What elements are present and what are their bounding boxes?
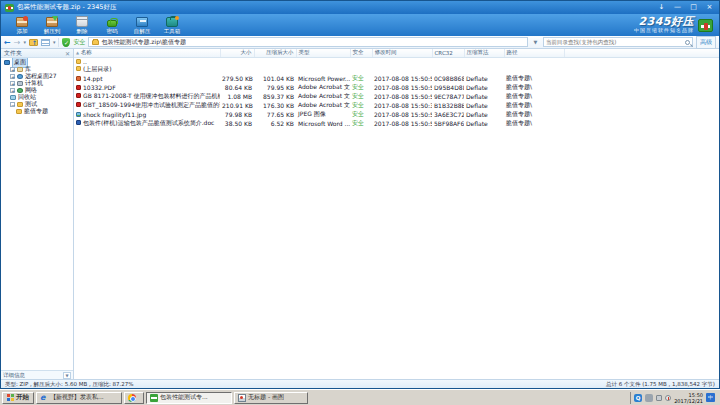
folder-panel: 文件夹 ✕ 桌面 + 库 + 远程桌: [1, 49, 74, 379]
up-folder-icon[interactable]: [29, 39, 38, 46]
panel-close-icon[interactable]: ✕: [65, 50, 70, 57]
app-tray-icon[interactable]: [645, 394, 653, 402]
security-shield-icon: ✓: [62, 38, 70, 47]
separator: [58, 38, 59, 47]
col-mtime[interactable]: 修改时间: [372, 49, 432, 57]
toolbox-button[interactable]: 工具箱: [157, 15, 187, 36]
ie-icon: e: [40, 394, 48, 402]
col-security[interactable]: 安全: [350, 49, 372, 57]
security-badge: 安全: [350, 101, 372, 110]
expand-toggle-icon[interactable]: +: [10, 81, 15, 86]
col-path[interactable]: 路径: [504, 49, 564, 57]
add-button[interactable]: 添加: [7, 15, 37, 36]
security-label: 安全: [73, 38, 85, 47]
tree-item-network[interactable]: + 网络: [7, 87, 73, 94]
close-button[interactable]: ×: [704, 2, 715, 13]
col-type[interactable]: 类型: [296, 49, 350, 57]
tree-item-cuizhi[interactable]: 脆值专题: [13, 108, 73, 115]
delete-button[interactable]: 删除: [67, 15, 97, 36]
toolbox-icon: [166, 17, 178, 27]
taskbar-task-ie[interactable]: e 【新视野】发表私...: [36, 392, 122, 404]
folder-icon: [76, 59, 81, 64]
forward-button[interactable]: →: [14, 37, 21, 48]
maximize-button[interactable]: □: [688, 2, 699, 13]
security-badge: 安全: [350, 110, 372, 119]
minimize-button[interactable]: —: [672, 2, 683, 13]
status-bar: 类型: ZIP , 解压后大小: 5.60 MB , 压缩比: 87.27% 总…: [1, 379, 719, 388]
brand-logo: 2345好压 中国压缩软件知名品牌: [634, 17, 713, 33]
security-badge: 安全: [350, 83, 372, 92]
language-tray-icon[interactable]: 中: [706, 393, 715, 402]
advanced-search-button[interactable]: 高级: [696, 36, 716, 49]
security-badge: 安全: [350, 119, 372, 128]
security-badge: 安全: [350, 92, 372, 101]
expand-toggle-icon[interactable]: +: [10, 88, 15, 93]
file-row[interactable]: 10332.PDF 80.64 KB 79.95 KB Adobe Acroba…: [74, 83, 719, 92]
password-button[interactable]: 密码: [97, 15, 127, 36]
details-pane-header[interactable]: 详细信息 ▼: [1, 370, 73, 379]
archive-summary: 类型: ZIP , 解压后大小: 5.60 MB , 压缩比: 87.27%: [5, 381, 134, 388]
file-row[interactable]: 包装件(样机)运输包装产品脆值测试系统简介.doc 38.50 KB 6.52 …: [74, 119, 719, 128]
col-algo[interactable]: 压缩算法: [464, 49, 504, 57]
lock-icon: [107, 20, 117, 27]
expand-toggle-icon[interactable]: +: [10, 74, 15, 79]
expand-toggle-icon[interactable]: +: [10, 67, 15, 72]
search-icon[interactable]: [685, 40, 690, 45]
extract-button[interactable]: 解压到: [37, 15, 67, 36]
taskbar-task-paint[interactable]: 无标题 - 画图: [234, 392, 308, 404]
jpg-file-icon: [76, 112, 81, 117]
add-icon: [16, 17, 28, 27]
feedback-arrow-icon[interactable]: ↓: [656, 2, 667, 13]
main-toolbar: 添加 解压到 删除 密码 自解压 工具箱: [1, 14, 719, 36]
col-size[interactable]: 大小: [220, 49, 254, 57]
sfx-button[interactable]: 自解压: [127, 15, 157, 36]
clock-tray-icon[interactable]: [665, 395, 671, 401]
details-dropdown-icon[interactable]: ▼: [63, 372, 71, 379]
view-dropdown-icon[interactable]: ▾: [53, 39, 56, 45]
taskbar-clock[interactable]: 15:50 2017/12/21: [674, 392, 703, 404]
folder-icon: [76, 66, 81, 71]
collapse-toggle-icon[interactable]: −: [10, 102, 15, 107]
address-input[interactable]: 包装性能测试专题.zip\脆值专题: [88, 37, 528, 47]
qq-tray-icon[interactable]: Q: [634, 394, 642, 402]
file-list: ▲ 名称 大小 压缩后大小 类型 安全 修改时间 CRC32 压缩算法 路径 .…: [74, 49, 719, 379]
file-row[interactable]: 14.ppt 279.50 KB 101.04 KB Microsoft Pow…: [74, 74, 719, 83]
file-row-parent[interactable]: ..: [74, 57, 719, 65]
tree-item-desktop[interactable]: 桌面: [1, 59, 73, 66]
file-row[interactable]: shock fragilityf11.jpg 79.98 KB 77.65 KB…: [74, 110, 719, 119]
selection-summary: 总计 6 个文件 (1.75 MB , 1,838,542 字节): [606, 381, 715, 388]
view-mode-icon[interactable]: [41, 39, 50, 46]
tree-item-recycle[interactable]: 回收站: [7, 94, 73, 101]
pdf-file-icon: [76, 93, 81, 98]
pdf-file-icon: [76, 102, 81, 107]
doc-file-icon: [76, 120, 81, 125]
col-packed[interactable]: 压缩后大小: [254, 49, 296, 57]
col-crc32[interactable]: CRC32: [432, 49, 464, 57]
search-input[interactable]: [546, 39, 685, 45]
file-row[interactable]: GB 8171-2008-T 使用缓冲包装材料进行的产品机械冲击脆值... 1.…: [74, 92, 719, 101]
sort-asc-icon: ▲: [76, 50, 79, 55]
history-dropdown-icon[interactable]: ▾: [23, 39, 26, 45]
desktop-icon: [4, 60, 10, 65]
folder-panel-header: 文件夹 ✕: [1, 49, 73, 58]
computer-icon: [17, 81, 23, 86]
extract-icon: [46, 17, 58, 27]
address-dropdown-icon[interactable]: ▼: [531, 39, 540, 45]
windows-flag-icon: [7, 394, 14, 401]
tray-mini-icon[interactable]: [656, 395, 662, 401]
user-icon: [17, 74, 23, 79]
app-icon: [5, 4, 14, 12]
folder-tree: 桌面 + 库 + 远程桌面27 + 计算机: [1, 58, 73, 370]
tree-item-computer[interactable]: + 计算机: [7, 80, 73, 87]
file-row-parent-label[interactable]: (上层目录): [74, 65, 719, 74]
security-badge: 安全: [350, 74, 372, 83]
col-name[interactable]: ▲ 名称: [74, 49, 220, 57]
start-button[interactable]: 开始: [2, 392, 34, 404]
file-row[interactable]: GBT_18509-1994使用冲击试验机测定产品脆值的试验方法 ... 210…: [74, 101, 719, 110]
taskbar-task-haozip[interactable]: 包装性能测试专...: [146, 392, 232, 404]
back-button[interactable]: ←: [4, 37, 11, 48]
main-area: 文件夹 ✕ 桌面 + 库 + 远程桌: [1, 49, 719, 379]
taskbar-task-chrome[interactable]: [124, 392, 144, 404]
column-header-row: ▲ 名称 大小 压缩后大小 类型 安全 修改时间 CRC32 压缩算法 路径: [74, 49, 719, 57]
title-bar: 包装性能测试专题.zip - 2345好压 ↓ — □ ×: [1, 1, 719, 14]
